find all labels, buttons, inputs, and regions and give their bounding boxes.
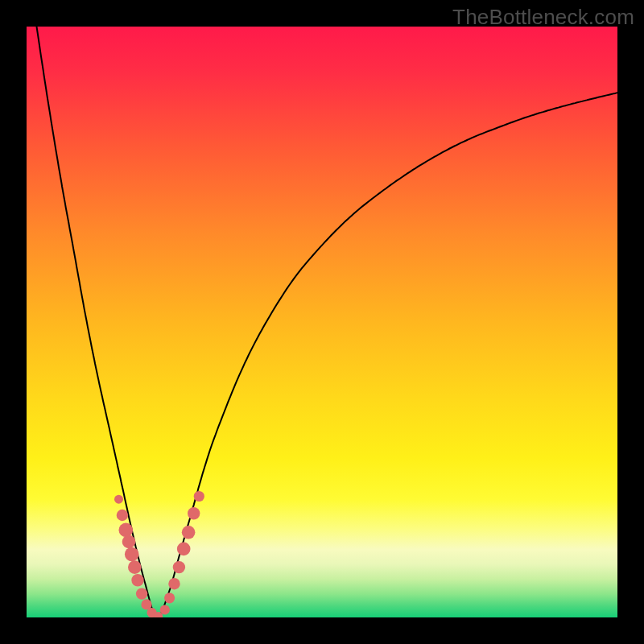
- chart-frame: TheBottleneck.com: [0, 0, 644, 644]
- marker-point: [168, 578, 180, 589]
- marker-point: [114, 495, 123, 504]
- marker-point: [182, 526, 196, 539]
- marker-point: [160, 605, 170, 614]
- marker-point: [164, 592, 175, 603]
- curve-layer: [27, 27, 617, 617]
- marker-point: [128, 560, 142, 574]
- plot-area: [27, 27, 617, 617]
- marker-point: [177, 543, 191, 556]
- marker-point: [125, 547, 139, 562]
- marker-point: [119, 523, 134, 538]
- marker-point: [136, 588, 147, 599]
- marker-point: [173, 561, 185, 573]
- marker-point: [131, 574, 143, 586]
- marker-point: [188, 507, 200, 519]
- marker-point: [117, 510, 128, 521]
- marker-point: [194, 491, 204, 502]
- watermark-text: TheBottleneck.com: [452, 5, 634, 30]
- marker-point: [122, 535, 136, 549]
- bottleneck-curve: [27, 27, 617, 617]
